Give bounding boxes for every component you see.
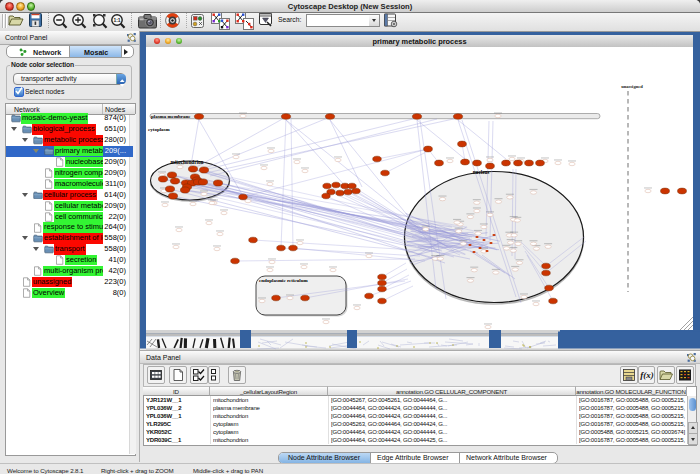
svg-text:nucleus: nucleus [473, 169, 490, 175]
svg-text:mitochondrion: mitochondrion [171, 159, 204, 165]
svg-text:cytoplasm: cytoplasm [148, 127, 171, 132]
svg-text:1:1: 1:1 [113, 17, 120, 23]
svg-text:unassigned: unassigned [621, 84, 643, 89]
svg-text:endoplasmic reticulum: endoplasmic reticulum [259, 278, 308, 283]
svg-text:plasma membrane: plasma membrane [151, 114, 191, 119]
